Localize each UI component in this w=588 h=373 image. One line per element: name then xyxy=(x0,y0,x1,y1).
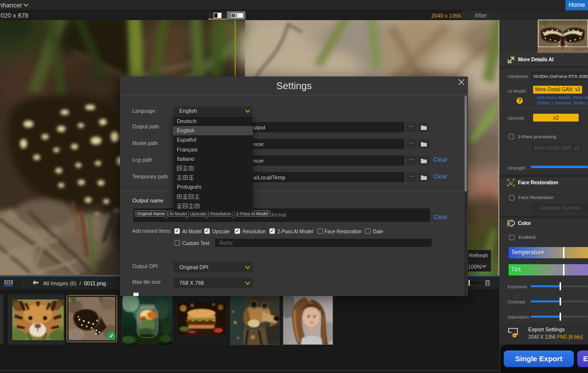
svg-text:100%: 100% xyxy=(468,264,482,270)
svg-text:Refresh: Refresh xyxy=(469,252,488,258)
